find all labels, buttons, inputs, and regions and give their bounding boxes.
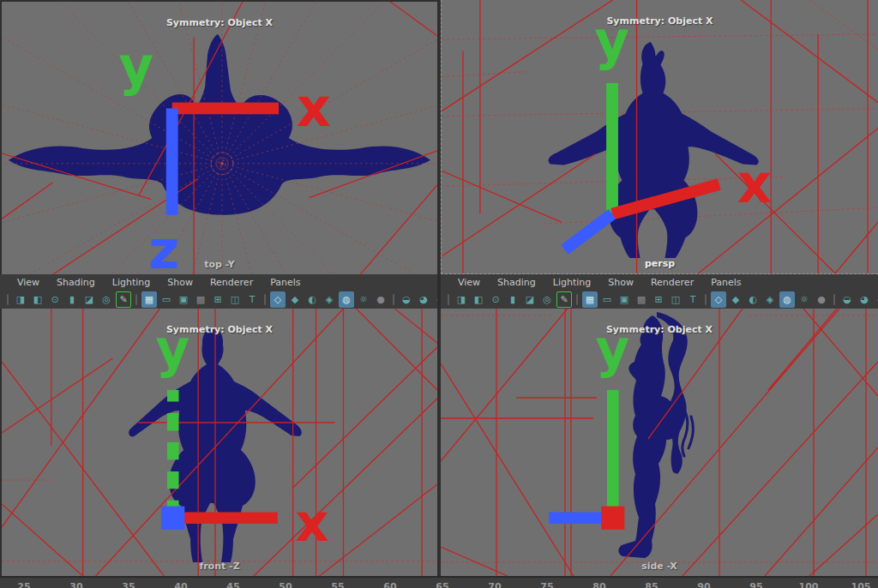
timeline-tick[interactable]: 85 [637, 581, 666, 588]
viewport-top[interactable]: Symmetry: Object X top -Y y x z [2, 2, 437, 274]
wireframe-icon[interactable]: ◇ [711, 291, 726, 308]
menu-lighting[interactable]: Lighting [544, 275, 599, 290]
film-gate-icon[interactable]: ▭ [159, 291, 174, 308]
menu-renderer[interactable]: Renderer [642, 275, 702, 290]
timeline-tick[interactable]: 65 [428, 581, 457, 588]
timeline-tick[interactable]: 90 [689, 581, 719, 588]
menu-panels[interactable]: Panels [262, 275, 309, 290]
menu-shading[interactable]: Shading [489, 275, 544, 290]
timeline-tick[interactable]: 75 [532, 581, 562, 588]
svg-text:x: x [295, 492, 328, 553]
menu-shading[interactable]: Shading [48, 275, 104, 290]
viewport-persp[interactable]: Symmetry: Object X persp y x [441, 0, 878, 274]
menu-view[interactable]: View [9, 275, 48, 290]
textured-icon[interactable]: ◈ [762, 291, 778, 308]
camera-icon[interactable]: ◨ [13, 291, 28, 308]
panel-toolbar: ◨◧⊙▮◪◎✎▦▭▣▩⊞◫T◇◆◐◈◍☼●◒◕◌▣↖ [441, 290, 878, 309]
panel-toolbar: ◨◧⊙▮◪◎✎▦▭▣▩⊞◫T◇◆◐◈◍☼●◒◕◌▣↖ [0, 290, 437, 309]
menu-view[interactable]: View [449, 275, 489, 290]
menu-show[interactable]: Show [159, 275, 201, 290]
field-chart-icon[interactable]: ⊞ [210, 291, 226, 308]
motion-blur-icon[interactable]: ◕ [857, 291, 872, 308]
smooth-shade-icon[interactable]: ◆ [287, 291, 303, 308]
camera-attributes-icon[interactable]: ⊙ [488, 291, 503, 308]
svg-text:x: x [737, 153, 772, 215]
image-plane-icon[interactable]: ◪ [81, 291, 97, 308]
timeline-tick[interactable]: 25 [9, 581, 39, 588]
smooth-shade-icon[interactable]: ◆ [728, 291, 743, 308]
timeline-tick[interactable]: 45 [219, 581, 248, 588]
motion-blur-icon[interactable]: ◕ [416, 291, 431, 308]
ambient-occlusion-icon[interactable]: ◒ [839, 291, 855, 308]
lights-icon[interactable]: ☼ [356, 291, 371, 308]
timeline-tick[interactable]: 55 [323, 581, 352, 588]
lock-camera-icon[interactable]: ◧ [30, 291, 45, 308]
shadows-icon[interactable]: ● [373, 291, 388, 308]
lights-icon[interactable]: ☼ [797, 291, 812, 308]
timeline-tick[interactable]: 70 [480, 581, 509, 588]
side-panel-chrome: View Shading Lighting Show Renderer Pane… [441, 274, 878, 309]
resolution-gate-icon[interactable]: ▣ [616, 291, 632, 308]
toolbar-separator [705, 294, 707, 305]
axis-gizmo-icon: y x [2, 309, 437, 576]
wireframe-icon[interactable]: ◇ [270, 291, 286, 308]
ambient-occlusion-icon[interactable]: ◒ [399, 291, 414, 308]
viewport-front[interactable]: Symmetry: Object X front -Z y x [2, 309, 437, 576]
panel-menubar: View Shading Lighting Show Renderer Pane… [441, 274, 878, 290]
image-plane-icon[interactable]: ◪ [522, 291, 538, 308]
front-panel-chrome: View Shading Lighting Show Renderer Pane… [0, 274, 437, 309]
gate-mask-icon[interactable]: ▩ [634, 291, 649, 308]
timeline-tick[interactable]: 60 [376, 581, 405, 588]
timeline-tick[interactable]: 35 [114, 581, 143, 588]
svg-text:z: z [148, 219, 179, 274]
field-chart-icon[interactable]: ⊞ [651, 291, 666, 308]
timeline-tick[interactable]: 100 [794, 581, 823, 588]
flat-shade-icon[interactable]: ◐ [304, 291, 320, 308]
menu-panels[interactable]: Panels [702, 275, 749, 290]
axis-gizmo-icon: y x z [2, 2, 437, 274]
timeline-tick[interactable]: 30 [62, 581, 91, 588]
maya-four-view-layout: Symmetry: Object X top -Y y x z Symmetry… [0, 0, 878, 588]
svg-text:y: y [155, 318, 189, 379]
grease-pencil-icon[interactable]: ✎ [556, 291, 572, 308]
menu-renderer[interactable]: Renderer [201, 275, 262, 290]
lock-camera-icon[interactable]: ◧ [471, 291, 486, 308]
wireframe-on-shaded-icon[interactable]: ◍ [339, 291, 354, 308]
flat-shade-icon[interactable]: ◐ [745, 291, 761, 308]
toolbar-separator [393, 294, 394, 305]
grid-icon[interactable]: ▦ [141, 291, 157, 308]
timeline-tick[interactable]: 50 [271, 581, 300, 588]
timeline-tick[interactable]: 80 [585, 581, 614, 588]
axis-gizmo-icon: y x [442, 0, 878, 273]
camera-attributes-icon[interactable]: ⊙ [47, 291, 63, 308]
safe-title-icon[interactable]: T [685, 291, 701, 308]
viewport-side[interactable]: Symmetry: Object X side -X y [441, 309, 878, 576]
pan-zoom-icon[interactable]: ◎ [539, 291, 555, 308]
shadows-icon[interactable]: ● [814, 291, 829, 308]
grease-pencil-icon[interactable]: ✎ [116, 291, 131, 308]
axis-gizmo-icon: y [441, 309, 878, 576]
menu-show[interactable]: Show [599, 275, 642, 290]
toolbar-separator [7, 294, 9, 305]
safe-action-icon[interactable]: ◫ [668, 291, 683, 308]
camera-icon[interactable]: ◨ [454, 291, 469, 308]
timeline-tick[interactable]: 40 [166, 581, 195, 588]
grid-icon[interactable]: ▦ [582, 291, 598, 308]
safe-action-icon[interactable]: ◫ [227, 291, 243, 308]
menu-lighting[interactable]: Lighting [104, 275, 159, 290]
textured-icon[interactable]: ◈ [322, 291, 337, 308]
anti-alias-icon[interactable]: ◌ [874, 291, 878, 308]
bookmark-icon[interactable]: ▮ [505, 291, 520, 308]
gate-mask-icon[interactable]: ▩ [193, 291, 208, 308]
safe-title-icon[interactable]: T [244, 291, 260, 308]
toolbar-separator [833, 294, 835, 305]
timeline[interactable]: 253035404550556065707580859095100105 [0, 576, 878, 588]
wireframe-on-shaded-icon[interactable]: ◍ [779, 291, 795, 308]
timeline-tick[interactable]: 105 [846, 581, 875, 588]
pan-zoom-icon[interactable]: ◎ [99, 291, 114, 308]
panel-chrome: View Shading Lighting Show Renderer Pane… [0, 274, 878, 309]
timeline-tick[interactable]: 95 [742, 581, 771, 588]
resolution-gate-icon[interactable]: ▣ [176, 291, 191, 308]
bookmark-icon[interactable]: ▮ [64, 291, 80, 308]
film-gate-icon[interactable]: ▭ [599, 291, 615, 308]
